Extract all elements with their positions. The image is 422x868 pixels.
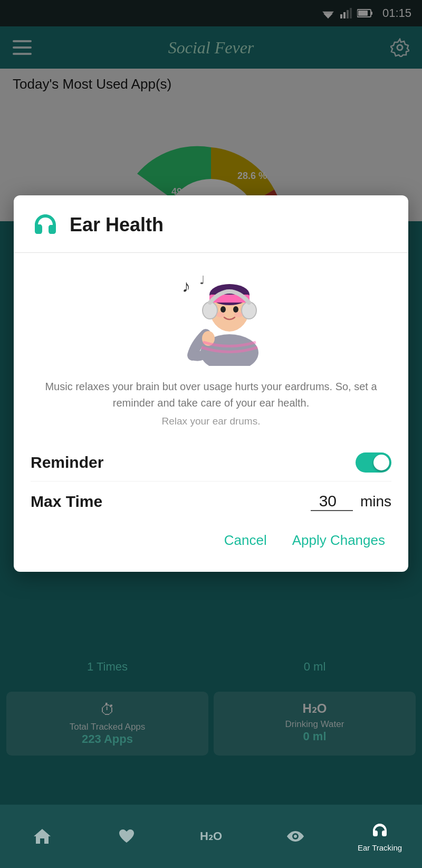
max-time-label: Max Time (31, 493, 102, 511)
svg-point-24 (233, 306, 238, 313)
headphone-icon (31, 210, 60, 240)
reminder-row: Reminder (31, 444, 391, 481)
svg-point-23 (220, 306, 226, 313)
ear-health-illustration: ♪ ♩ (153, 266, 269, 366)
water-h2o-icon: H₂O (200, 829, 222, 843)
modal-sub-description: Relax your ear drums. (31, 416, 391, 427)
modal-description: Music relaxes your brain but over usage … (31, 379, 391, 411)
svg-text:♩: ♩ (199, 273, 205, 287)
nav-health[interactable] (84, 827, 169, 846)
svg-point-30 (234, 312, 243, 317)
nav-water[interactable]: H₂O (169, 829, 253, 843)
modal-header: Ear Health (14, 195, 408, 253)
nav-eye[interactable] (253, 827, 338, 846)
eye-icon (286, 827, 305, 846)
bottom-nav: H₂O Ear Tracking (0, 805, 422, 868)
max-time-input-wrap: mins (311, 492, 391, 511)
modal-actions: Cancel Apply Changes (31, 526, 391, 557)
nav-ear-tracking-label: Ear Tracking (358, 843, 402, 852)
ear-health-modal: Ear Health ♪ ♩ (14, 195, 408, 572)
modal-body: ♪ ♩ (14, 253, 408, 572)
modal-illustration: ♪ ♩ (31, 266, 391, 366)
reminder-label: Reminder (31, 454, 103, 471)
nav-home[interactable] (0, 827, 84, 846)
max-time-input[interactable] (311, 492, 353, 511)
home-icon (33, 827, 52, 846)
apply-button[interactable]: Apply Changes (286, 528, 391, 553)
svg-point-29 (216, 312, 225, 317)
reminder-toggle[interactable] (356, 452, 391, 473)
heart-icon (117, 827, 136, 846)
toggle-knob (373, 455, 389, 470)
max-time-row: Max Time mins (31, 482, 391, 526)
headphone-nav-icon (370, 821, 389, 840)
nav-ear-tracking[interactable]: Ear Tracking (338, 821, 422, 852)
svg-point-32 (294, 835, 297, 838)
max-time-unit: mins (360, 493, 391, 510)
svg-text:♪: ♪ (182, 277, 190, 296)
modal-title: Ear Health (70, 214, 164, 236)
cancel-button[interactable]: Cancel (218, 528, 273, 553)
